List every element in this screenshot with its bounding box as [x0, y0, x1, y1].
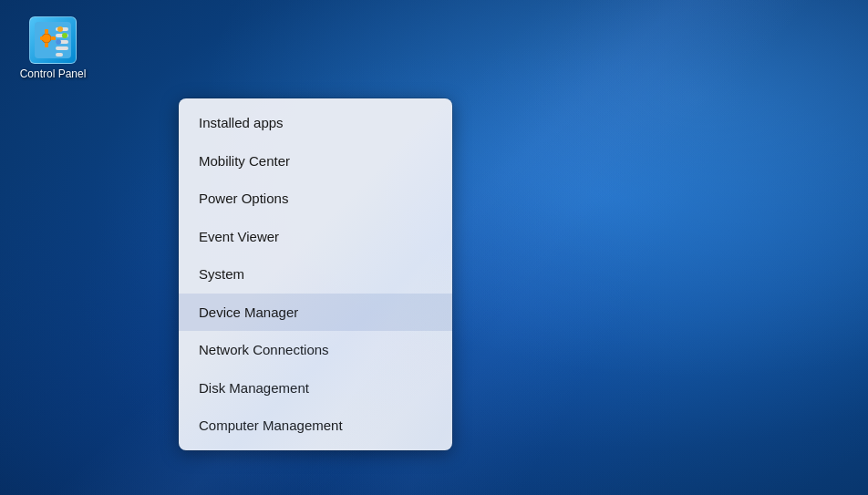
svg-point-12	[62, 33, 67, 38]
menu-item-disk-management[interactable]: Disk Management	[179, 369, 452, 407]
svg-rect-3	[45, 43, 48, 47]
menu-item-power-options[interactable]: Power Options	[179, 180, 452, 218]
svg-rect-5	[51, 36, 56, 40]
svg-point-13	[56, 39, 61, 45]
svg-rect-2	[45, 29, 48, 34]
svg-rect-4	[40, 36, 45, 40]
menu-item-installed-apps[interactable]: Installed apps	[179, 104, 452, 142]
svg-rect-9	[56, 46, 68, 50]
context-menu: Installed appsMobility CenterPower Optio…	[179, 98, 452, 450]
svg-rect-10	[56, 53, 63, 57]
menu-item-network-connections[interactable]: Network Connections	[179, 331, 452, 369]
desktop: Control Panel Installed appsMobility Cen…	[0, 0, 868, 495]
svg-point-11	[57, 26, 63, 32]
control-panel-icon[interactable]: Control Panel	[16, 16, 89, 82]
menu-item-event-viewer[interactable]: Event Viewer	[179, 218, 452, 256]
menu-item-mobility-center[interactable]: Mobility Center	[179, 142, 452, 180]
menu-item-system[interactable]: System	[179, 255, 452, 294]
menu-item-device-manager[interactable]: Device Manager	[179, 294, 452, 332]
menu-item-computer-management[interactable]: Computer Management	[179, 407, 452, 445]
control-panel-icon-image	[29, 16, 77, 64]
control-panel-label: Control Panel	[20, 67, 87, 82]
